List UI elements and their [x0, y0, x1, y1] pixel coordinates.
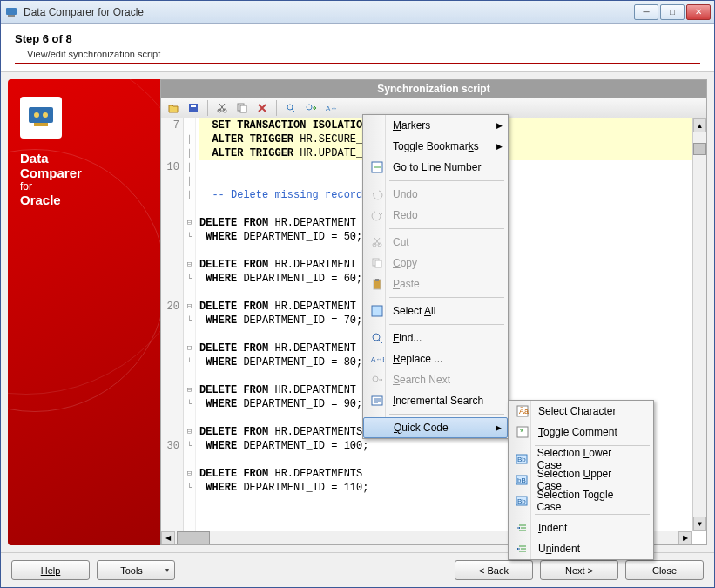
- menu-item-label: Indent: [538, 522, 567, 534]
- submenu-arrow-icon: ▶: [496, 423, 502, 432]
- indent-icon: [512, 517, 533, 538]
- line-gutter: 7 10 20 30: [161, 118, 184, 544]
- searchnext-icon: [367, 369, 388, 390]
- menu-item-label: Cut: [393, 236, 409, 248]
- menu-item-replace-[interactable]: A↔BReplace ...: [363, 348, 508, 369]
- svg-text:Ää: Ää: [519, 407, 529, 416]
- menu-item-paste[interactable]: Paste: [363, 274, 508, 294]
- selchar-icon: Ää: [512, 401, 533, 422]
- svg-rect-22: [372, 306, 382, 316]
- menu-item-markers[interactable]: Markers▶: [363, 115, 508, 136]
- next-button[interactable]: Next >: [540, 560, 618, 580]
- open-icon[interactable]: [165, 99, 182, 117]
- menu-item-copy[interactable]: Copy: [363, 253, 508, 274]
- menu-item-label: Redo: [393, 209, 418, 221]
- scroll-thumb-vertical[interactable]: [693, 143, 706, 155]
- menu-item-selection-upper-case[interactable]: bBSelection Upper Case: [509, 470, 653, 490]
- menu-item-label: Selection Toggle Case: [536, 489, 634, 513]
- scroll-left-button[interactable]: ◀: [161, 531, 175, 544]
- menu-item-quick-code[interactable]: Quick Code▶: [363, 417, 508, 438]
- menu-item-find-[interactable]: Find...: [363, 328, 508, 348]
- menu-item-redo[interactable]: Redo: [363, 205, 508, 226]
- copy-icon[interactable]: [233, 99, 251, 117]
- menu-item-label: Quick Code: [394, 422, 449, 434]
- blank-icon: [367, 115, 388, 136]
- find-next-icon[interactable]: [302, 99, 320, 117]
- menu-item-label: Markers: [393, 119, 430, 132]
- menu-item-undo[interactable]: Undo: [363, 184, 508, 205]
- menu-item-label: Select All: [393, 305, 435, 317]
- menu-item-toggle-bookmarks[interactable]: Toggle Bookmarks▶: [363, 136, 508, 157]
- menu-item-go-to-line-number[interactable]: Go to Line Number: [363, 157, 508, 178]
- back-button[interactable]: < Back: [455, 560, 533, 580]
- isearch-icon: [367, 390, 388, 411]
- minimize-button[interactable]: ─: [634, 4, 658, 20]
- close-button[interactable]: Close: [625, 560, 704, 580]
- svg-rect-19: [375, 260, 381, 267]
- menu-item-label: Toggle Bookmarks: [393, 140, 479, 152]
- blank-icon: [367, 136, 388, 157]
- menu-item-select-character[interactable]: ÄäSelect Character: [509, 401, 653, 422]
- menu-item-label: Copy: [393, 257, 417, 269]
- menu-item-select-all[interactable]: Select All: [363, 301, 508, 321]
- togcase-icon: Bb: [512, 490, 531, 511]
- menu-item-incremental-search[interactable]: Incremental Search: [363, 390, 508, 411]
- svg-rect-2: [29, 107, 53, 123]
- svg-rect-7: [191, 105, 196, 107]
- brand-line-4: Oracle: [20, 193, 148, 207]
- svg-point-13: [307, 105, 312, 110]
- delete-icon[interactable]: [253, 99, 271, 117]
- unindent-icon: [512, 538, 533, 559]
- product-logo: [20, 97, 62, 139]
- scroll-thumb-horizontal[interactable]: [177, 531, 210, 544]
- app-window: Data Comparer for Oracle ─ □ ✕ Step 6 of…: [0, 0, 715, 588]
- menu-item-label: Undo: [393, 188, 418, 200]
- menu-item-label: Replace ...: [393, 353, 442, 365]
- find-icon: [367, 328, 388, 348]
- cut-icon: [367, 232, 388, 253]
- replace-icon: A↔B: [367, 348, 388, 369]
- menu-item-label: Search Next: [393, 374, 450, 386]
- find-icon[interactable]: [282, 99, 300, 117]
- menu-item-label: Incremental Search: [393, 395, 483, 407]
- menu-item-indent[interactable]: Indent: [509, 517, 653, 538]
- maximize-button[interactable]: □: [660, 4, 685, 20]
- svg-point-25: [373, 376, 378, 382]
- menu-item-label: Toggle Comment: [538, 426, 617, 438]
- menu-item-toggle-comment[interactable]: *Toggle Comment: [509, 422, 653, 443]
- titlebar: Data Comparer for Oracle ─ □ ✕: [1, 1, 714, 24]
- menu-item-label: Select Character: [538, 405, 616, 417]
- blank-icon: [368, 417, 388, 438]
- save-icon[interactable]: [185, 99, 202, 117]
- svg-point-23: [373, 334, 380, 341]
- scroll-right-button[interactable]: ▶: [678, 531, 692, 544]
- help-button[interactable]: Help: [11, 560, 90, 580]
- vertical-scrollbar[interactable]: ▲ ▼: [692, 118, 706, 531]
- tools-button[interactable]: Tools: [97, 560, 175, 580]
- quick-code-submenu[interactable]: ÄäSelect Character*Toggle CommentBbSelec…: [508, 400, 654, 560]
- undo-icon: [367, 184, 388, 205]
- menu-item-selection-toggle-case[interactable]: BbSelection Toggle Case: [509, 490, 653, 511]
- svg-text:Bb: Bb: [517, 456, 526, 463]
- fold-column[interactable]: │││││ ⊟└ ⊟└ ⊟└ ⊟└ ⊟└ ⊟└ ⊟└: [184, 118, 196, 544]
- replace-icon[interactable]: A↔B: [322, 99, 340, 117]
- menu-item-label: Find...: [393, 332, 422, 344]
- submenu-arrow-icon: ▶: [496, 142, 503, 151]
- scroll-down-button[interactable]: ▼: [693, 517, 706, 531]
- selectall-icon: [367, 301, 388, 321]
- cut-icon[interactable]: [213, 99, 231, 117]
- sidebar-brand-panel: Data Comparer for Oracle: [8, 79, 160, 545]
- scroll-up-button[interactable]: ▲: [693, 118, 706, 132]
- close-window-button[interactable]: ✕: [686, 4, 711, 20]
- brand-line-1: Data: [20, 151, 148, 166]
- svg-rect-21: [375, 279, 379, 281]
- menu-item-search-next[interactable]: Search Next: [363, 369, 508, 390]
- upper-icon: bB: [512, 470, 532, 490]
- editor-context-menu[interactable]: Markers▶Toggle Bookmarks▶Go to Line Numb…: [362, 114, 509, 439]
- menu-item-cut[interactable]: Cut: [363, 232, 508, 253]
- window-title: Data Comparer for Oracle: [24, 6, 634, 18]
- panel-title: Synchronization script: [161, 80, 706, 98]
- menu-item-selection-lower-case[interactable]: BbSelection Lower Case: [509, 449, 653, 470]
- menu-item-unindent[interactable]: Unindent: [509, 538, 653, 559]
- svg-rect-0: [6, 8, 17, 15]
